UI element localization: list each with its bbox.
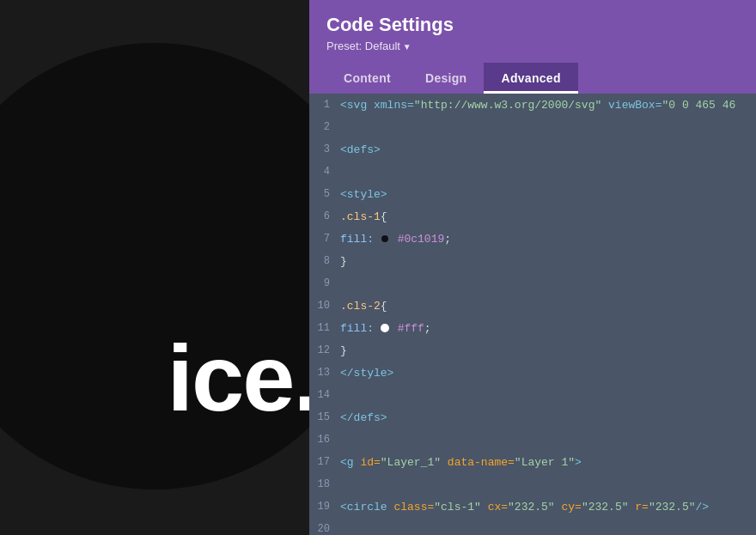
code-line-1: 1 <svg xmlns="http://www.w3.org/2000/svg… xyxy=(309,94,756,116)
line-number: 3 xyxy=(309,143,340,155)
line-number: 7 xyxy=(309,233,340,245)
line-content: fill: #0c1019; xyxy=(340,233,756,246)
line-content: <g id="Layer_1" data-name="Layer 1"> xyxy=(340,456,756,469)
line-content: .cls-2{ xyxy=(340,300,756,313)
code-line-6: 6 .cls-1{ xyxy=(309,205,756,228)
line-number: 18 xyxy=(309,478,340,490)
code-line-15: 15 </defs> xyxy=(309,406,756,429)
code-line-14: 14 xyxy=(309,384,756,406)
line-content: fill: #fff; xyxy=(340,322,756,335)
line-content: <circle class="cls-1" cx="232.5" cy="232… xyxy=(340,501,756,514)
code-line-4: 4 xyxy=(309,161,756,183)
tab-advanced[interactable]: Advanced xyxy=(484,63,577,94)
line-number: 5 xyxy=(309,188,340,200)
right-panel: Code Settings Preset: Default Content De… xyxy=(309,0,756,535)
code-line-11: 11 fill: #fff; xyxy=(309,317,756,339)
line-content: </defs> xyxy=(340,411,756,424)
code-line-7: 7 fill: #0c1019; xyxy=(309,228,756,250)
code-line-17: 17 <g id="Layer_1" data-name="Layer 1"> xyxy=(309,451,756,473)
line-number: 8 xyxy=(309,255,340,267)
code-line-5: 5 <style> xyxy=(309,183,756,205)
line-number: 14 xyxy=(309,389,340,401)
line-content: <svg xmlns="http://www.w3.org/2000/svg" … xyxy=(340,99,756,112)
preset-dropdown[interactable]: Preset: Default xyxy=(326,40,739,52)
line-content: <defs> xyxy=(340,143,756,156)
color-swatch-1[interactable] xyxy=(381,234,389,243)
code-editor[interactable]: 1 <svg xmlns="http://www.w3.org/2000/svg… xyxy=(309,94,756,535)
panel-header: Code Settings Preset: Default Content De… xyxy=(309,0,756,94)
line-number: 17 xyxy=(309,456,340,468)
code-line-18: 18 xyxy=(309,473,756,495)
line-number: 2 xyxy=(309,121,340,133)
line-number: 11 xyxy=(309,322,340,334)
code-line-10: 10 .cls-2{ xyxy=(309,295,756,317)
line-number: 12 xyxy=(309,344,340,356)
tabs-bar: Content Design Advanced xyxy=(326,63,739,94)
code-line-20: 20 xyxy=(309,518,756,535)
line-number: 13 xyxy=(309,367,340,379)
code-line-12: 12 } xyxy=(309,339,756,362)
code-line-2: 2 xyxy=(309,116,756,138)
tab-design[interactable]: Design xyxy=(408,63,484,94)
left-panel: ice. xyxy=(0,0,309,535)
code-line-13: 13 </style> xyxy=(309,362,756,384)
code-line-8: 8 } xyxy=(309,250,756,272)
line-content: </style> xyxy=(340,367,756,380)
line-number: 6 xyxy=(309,210,340,222)
panel-title: Code Settings xyxy=(326,14,739,36)
code-line-16: 16 xyxy=(309,429,756,451)
code-line-9: 9 xyxy=(309,272,756,295)
line-number: 16 xyxy=(309,434,340,446)
line-content: } xyxy=(340,255,756,268)
line-number: 19 xyxy=(309,501,340,513)
line-number: 9 xyxy=(309,277,340,289)
line-content: <style> xyxy=(340,188,756,201)
line-number: 20 xyxy=(309,523,340,535)
line-number: 1 xyxy=(309,99,340,111)
line-content: } xyxy=(340,344,756,357)
color-swatch-2[interactable] xyxy=(381,324,389,332)
code-line-3: 3 <defs> xyxy=(309,138,756,161)
tab-content[interactable]: Content xyxy=(326,63,408,94)
line-number: 4 xyxy=(309,166,340,178)
code-line-19: 19 <circle class="cls-1" cx="232.5" cy="… xyxy=(309,495,756,518)
line-number: 10 xyxy=(309,300,340,312)
circle-text: ice. xyxy=(168,323,309,432)
line-content: .cls-1{ xyxy=(340,210,756,223)
line-number: 15 xyxy=(309,411,340,423)
